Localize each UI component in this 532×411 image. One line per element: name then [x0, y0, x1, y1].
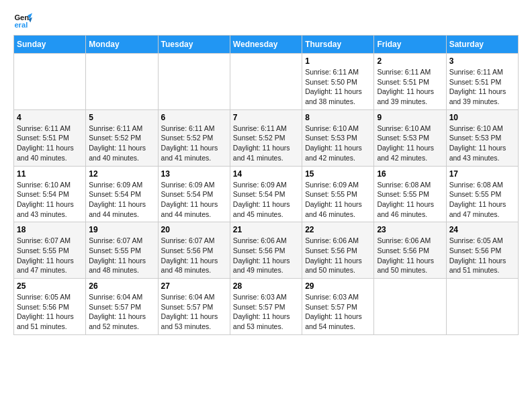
calendar-cell: 2Sunrise: 6:11 AM Sunset: 5:51 PM Daylig… [374, 54, 446, 110]
calendar-header-friday: Friday [374, 36, 446, 54]
calendar-week-5: 25Sunrise: 6:05 AM Sunset: 5:56 PM Dayli… [14, 279, 519, 335]
day-info: Sunrise: 6:11 AM Sunset: 5:52 PM Dayligh… [89, 124, 154, 163]
calendar-cell: 16Sunrise: 6:08 AM Sunset: 5:55 PM Dayli… [374, 166, 446, 222]
day-number: 29 [305, 281, 371, 291]
calendar-cell [14, 54, 86, 110]
day-info: Sunrise: 6:05 AM Sunset: 5:56 PM Dayligh… [17, 292, 83, 332]
day-number: 8 [305, 113, 371, 122]
svg-text:Gen: Gen [14, 13, 29, 21]
logo: Gen eral [13, 11, 35, 30]
day-info: Sunrise: 6:11 AM Sunset: 5:51 PM Dayligh… [377, 67, 443, 107]
calendar-body: 1Sunrise: 6:11 AM Sunset: 5:50 PM Daylig… [14, 54, 519, 335]
calendar-cell: 27Sunrise: 6:04 AM Sunset: 5:57 PM Dayli… [158, 279, 230, 335]
svg-marker-3 [28, 17, 32, 23]
calendar-cell: 24Sunrise: 6:05 AM Sunset: 5:56 PM Dayli… [446, 222, 518, 279]
calendar-cell: 7Sunrise: 6:11 AM Sunset: 5:52 PM Daylig… [230, 109, 302, 166]
day-number: 14 [233, 169, 299, 179]
day-info: Sunrise: 6:11 AM Sunset: 5:51 PM Dayligh… [449, 67, 515, 107]
day-number: 4 [17, 113, 83, 122]
calendar-cell: 1Sunrise: 6:11 AM Sunset: 5:50 PM Daylig… [302, 54, 374, 110]
day-number: 2 [377, 56, 443, 66]
calendar-cell: 13Sunrise: 6:09 AM Sunset: 5:54 PM Dayli… [158, 166, 230, 222]
calendar-header-wednesday: Wednesday [230, 36, 302, 54]
day-number: 9 [377, 113, 443, 122]
day-number: 25 [17, 281, 83, 291]
day-info: Sunrise: 6:10 AM Sunset: 5:53 PM Dayligh… [449, 124, 515, 163]
day-info: Sunrise: 6:11 AM Sunset: 5:51 PM Dayligh… [17, 124, 83, 163]
calendar-header-thursday: Thursday [302, 36, 374, 54]
day-info: Sunrise: 6:11 AM Sunset: 5:50 PM Dayligh… [305, 67, 371, 107]
day-number: 6 [161, 113, 227, 122]
calendar-cell: 22Sunrise: 6:06 AM Sunset: 5:56 PM Dayli… [302, 222, 374, 279]
day-number: 5 [89, 113, 154, 122]
calendar-cell: 3Sunrise: 6:11 AM Sunset: 5:51 PM Daylig… [446, 54, 518, 110]
calendar-cell [86, 54, 158, 110]
day-info: Sunrise: 6:09 AM Sunset: 5:54 PM Dayligh… [233, 180, 299, 220]
calendar-table: SundayMondayTuesdayWednesdayThursdayFrid… [13, 35, 519, 335]
day-info: Sunrise: 6:06 AM Sunset: 5:56 PM Dayligh… [305, 236, 371, 275]
calendar-cell: 26Sunrise: 6:04 AM Sunset: 5:57 PM Dayli… [86, 279, 158, 335]
calendar-cell: 14Sunrise: 6:09 AM Sunset: 5:54 PM Dayli… [230, 166, 302, 222]
calendar-cell [230, 54, 302, 110]
calendar-cell: 15Sunrise: 6:09 AM Sunset: 5:55 PM Dayli… [302, 166, 374, 222]
day-info: Sunrise: 6:05 AM Sunset: 5:56 PM Dayligh… [449, 236, 515, 275]
calendar-header-saturday: Saturday [446, 36, 518, 54]
calendar-cell: 5Sunrise: 6:11 AM Sunset: 5:52 PM Daylig… [86, 109, 158, 166]
day-info: Sunrise: 6:08 AM Sunset: 5:55 PM Dayligh… [377, 180, 443, 220]
day-info: Sunrise: 6:11 AM Sunset: 5:52 PM Dayligh… [233, 124, 299, 163]
day-info: Sunrise: 6:08 AM Sunset: 5:55 PM Dayligh… [449, 180, 515, 220]
day-info: Sunrise: 6:06 AM Sunset: 5:56 PM Dayligh… [233, 236, 299, 275]
calendar-cell: 17Sunrise: 6:08 AM Sunset: 5:55 PM Dayli… [446, 166, 518, 222]
day-info: Sunrise: 6:04 AM Sunset: 5:57 PM Dayligh… [161, 292, 227, 332]
calendar-cell: 28Sunrise: 6:03 AM Sunset: 5:57 PM Dayli… [230, 279, 302, 335]
day-info: Sunrise: 6:07 AM Sunset: 5:55 PM Dayligh… [89, 236, 154, 275]
calendar-week-2: 4Sunrise: 6:11 AM Sunset: 5:51 PM Daylig… [14, 109, 519, 166]
calendar-cell: 18Sunrise: 6:07 AM Sunset: 5:55 PM Dayli… [14, 222, 86, 279]
day-number: 22 [305, 225, 371, 234]
day-info: Sunrise: 6:11 AM Sunset: 5:52 PM Dayligh… [161, 124, 227, 163]
day-number: 27 [161, 281, 227, 291]
day-number: 17 [449, 169, 515, 179]
day-number: 1 [305, 56, 371, 66]
day-info: Sunrise: 6:10 AM Sunset: 5:53 PM Dayligh… [305, 124, 371, 163]
calendar-header-tuesday: Tuesday [158, 36, 230, 54]
calendar-cell: 29Sunrise: 6:03 AM Sunset: 5:57 PM Dayli… [302, 279, 374, 335]
day-info: Sunrise: 6:04 AM Sunset: 5:57 PM Dayligh… [89, 292, 154, 332]
calendar-cell: 6Sunrise: 6:11 AM Sunset: 5:52 PM Daylig… [158, 109, 230, 166]
calendar-cell: 19Sunrise: 6:07 AM Sunset: 5:55 PM Dayli… [86, 222, 158, 279]
calendar-cell: 10Sunrise: 6:10 AM Sunset: 5:53 PM Dayli… [446, 109, 518, 166]
day-info: Sunrise: 6:10 AM Sunset: 5:54 PM Dayligh… [17, 180, 83, 220]
svg-text:eral: eral [14, 21, 28, 29]
calendar-cell [374, 279, 446, 335]
calendar-header-monday: Monday [86, 36, 158, 54]
day-number: 10 [449, 113, 515, 122]
calendar-cell: 11Sunrise: 6:10 AM Sunset: 5:54 PM Dayli… [14, 166, 86, 222]
calendar-week-3: 11Sunrise: 6:10 AM Sunset: 5:54 PM Dayli… [14, 166, 519, 222]
day-info: Sunrise: 6:03 AM Sunset: 5:57 PM Dayligh… [305, 292, 371, 332]
day-info: Sunrise: 6:10 AM Sunset: 5:53 PM Dayligh… [377, 124, 443, 163]
calendar-cell: 20Sunrise: 6:07 AM Sunset: 5:56 PM Dayli… [158, 222, 230, 279]
calendar-cell: 4Sunrise: 6:11 AM Sunset: 5:51 PM Daylig… [14, 109, 86, 166]
page-header: Gen eral [13, 11, 519, 30]
day-number: 26 [89, 281, 154, 291]
day-number: 28 [233, 281, 299, 291]
day-number: 20 [161, 225, 227, 234]
day-number: 21 [233, 225, 299, 234]
calendar-cell [446, 279, 518, 335]
calendar-header: SundayMondayTuesdayWednesdayThursdayFrid… [14, 36, 519, 54]
day-number: 23 [377, 225, 443, 234]
logo-icon: Gen eral [13, 11, 32, 30]
day-number: 3 [449, 56, 515, 66]
calendar-cell: 25Sunrise: 6:05 AM Sunset: 5:56 PM Dayli… [14, 279, 86, 335]
day-info: Sunrise: 6:09 AM Sunset: 5:55 PM Dayligh… [305, 180, 371, 220]
calendar-week-4: 18Sunrise: 6:07 AM Sunset: 5:55 PM Dayli… [14, 222, 519, 279]
day-info: Sunrise: 6:09 AM Sunset: 5:54 PM Dayligh… [89, 180, 154, 220]
day-number: 19 [89, 225, 154, 234]
calendar-cell: 9Sunrise: 6:10 AM Sunset: 5:53 PM Daylig… [374, 109, 446, 166]
day-info: Sunrise: 6:06 AM Sunset: 5:56 PM Dayligh… [377, 236, 443, 275]
day-info: Sunrise: 6:03 AM Sunset: 5:57 PM Dayligh… [233, 292, 299, 332]
calendar-cell: 8Sunrise: 6:10 AM Sunset: 5:53 PM Daylig… [302, 109, 374, 166]
calendar-cell [158, 54, 230, 110]
day-info: Sunrise: 6:07 AM Sunset: 5:55 PM Dayligh… [17, 236, 83, 275]
calendar-cell: 12Sunrise: 6:09 AM Sunset: 5:54 PM Dayli… [86, 166, 158, 222]
